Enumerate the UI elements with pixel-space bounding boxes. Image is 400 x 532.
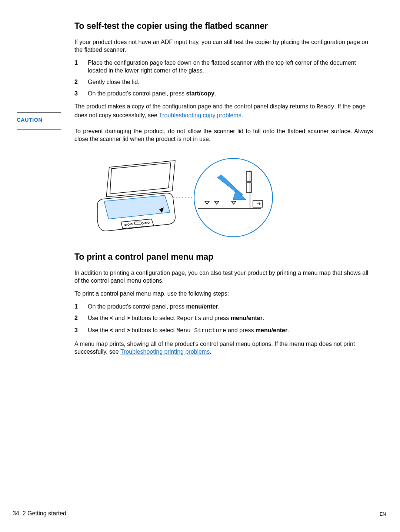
svg-point-5 [148, 222, 149, 223]
caution-rule-bottom [17, 129, 61, 129]
section2-steps: 1 On the product's control panel, press … [74, 303, 373, 335]
step-text: Use the < and > buttons to select Menu S… [88, 327, 289, 333]
section1-intro: If your product does not have an ADF inp… [74, 38, 373, 54]
step: 2 Gently close the lid. [74, 78, 373, 86]
step-number: 3 [74, 90, 78, 97]
svg-point-3 [142, 223, 143, 224]
page-number: 34 [13, 510, 19, 516]
step-text: Use the < and > buttons to select Report… [88, 315, 264, 321]
manual-page: CAUTION To self-test the copier using th… [0, 0, 400, 532]
step-text: On the product's control panel, press st… [88, 90, 216, 97]
troubleshooting-copy-link[interactable]: Troubleshooting copy problems [159, 112, 241, 118]
section2-heading: To print a control panel menu map [74, 252, 373, 262]
flatbed-illustration [87, 157, 276, 240]
footer-language: EN [380, 512, 386, 517]
printer-open-lid-icon [87, 157, 276, 240]
step-number: 1 [74, 303, 78, 310]
svg-rect-6 [134, 222, 141, 224]
document-placement-detail-icon [194, 158, 273, 237]
svg-point-4 [145, 222, 146, 224]
svg-point-0 [125, 224, 126, 226]
section1-result: The product makes a copy of the configur… [74, 102, 373, 119]
step-text: On the product's control panel, press me… [88, 303, 220, 310]
step-number: 3 [74, 326, 78, 334]
step-number: 2 [74, 78, 78, 86]
chapter-title: 2 Getting started [23, 510, 66, 516]
section2-intro: In addition to printing a configuration … [74, 269, 373, 284]
placement-arrow-icon [217, 175, 246, 200]
step: 3 On the product's control panel, press … [74, 90, 373, 97]
main-content: To self-test the copier using the flatbe… [74, 21, 373, 361]
step-number: 1 [74, 59, 78, 67]
ready-state: Ready [317, 104, 334, 110]
step-text: Gently close the lid. [88, 79, 140, 85]
svg-point-8 [194, 158, 273, 237]
caution-rule-top [17, 112, 61, 113]
svg-point-2 [131, 223, 132, 225]
step: 1 Place the configuration page face down… [74, 59, 373, 74]
section2-lead: To print a control panel menu map, use t… [74, 290, 373, 297]
step-text: Place the configuration page face down o… [88, 60, 356, 74]
caution-label: CAUTION [17, 117, 61, 123]
step: 3 Use the < and > buttons to select Menu… [74, 326, 373, 335]
svg-point-1 [128, 224, 129, 225]
footer-left: 34 2 Getting started [13, 510, 66, 517]
caution-text: To prevent damaging the product, do not … [74, 127, 373, 143]
troubleshooting-print-link[interactable]: Troubleshooting printing problems [120, 349, 210, 355]
section1-heading: To self-test the copier using the flatbe… [74, 21, 373, 31]
step-number: 2 [74, 314, 78, 322]
step: 1 On the product's control panel, press … [74, 303, 373, 310]
section1-steps: 1 Place the configuration page face down… [74, 59, 373, 97]
step: 2 Use the < and > buttons to select Repo… [74, 314, 373, 323]
section2-result: A menu map prints, showing all of the pr… [74, 340, 373, 356]
